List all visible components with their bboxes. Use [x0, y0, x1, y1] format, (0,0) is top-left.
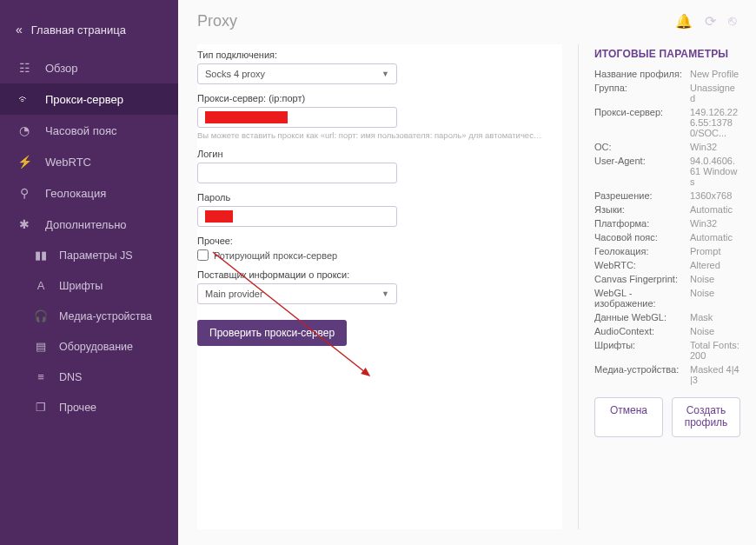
summary-key: AudioContext:: [594, 326, 690, 336]
caret-down-icon: ▼: [381, 70, 389, 78]
nav-label: Медиа-устройства: [59, 310, 152, 322]
rotating-label: Ротирующий прокси-сервер: [214, 250, 337, 261]
nav-label: Оборудование: [59, 341, 133, 353]
summary-key: Прокси-сервер:: [594, 107, 690, 138]
summary-value: Total Fonts: 200: [690, 340, 740, 361]
logout-icon[interactable]: ⎋: [728, 13, 737, 30]
sidebar-subitem-1[interactable]: AШрифты: [0, 270, 178, 301]
summary-row: Часовой пояс:Automatic: [594, 232, 740, 243]
summary-value: Unassigned: [690, 83, 740, 103]
sidebar-item-1[interactable]: ᯤПрокси-сервер: [0, 83, 178, 115]
nav-icon: ▤: [33, 340, 49, 353]
login-label: Логин: [197, 149, 562, 159]
check-proxy-button[interactable]: Проверить прокси-сервер: [197, 320, 347, 346]
summary-title: ИТОГОВЫЕ ПАРАМЕТРЫ: [594, 48, 740, 60]
summary-row: ОС:Win32: [594, 142, 740, 152]
sidebar-item-4[interactable]: ⚲Геолокация: [0, 177, 178, 209]
summary-row: Медиа-устройства:Masked 4|4|3: [594, 364, 740, 385]
password-input[interactable]: [197, 206, 397, 227]
summary-row: Геолокация:Prompt: [594, 246, 740, 256]
form-column: Тип подключения: Socks 4 proxy ▼ Прокси-…: [197, 44, 562, 529]
sidebar-item-2[interactable]: ◔Часовой пояс: [0, 115, 178, 146]
password-label: Пароль: [197, 192, 562, 203]
nav-label: Прокси-сервер: [45, 93, 123, 106]
chevron-left-icon: «: [16, 23, 19, 37]
login-input[interactable]: [197, 163, 397, 183]
summary-row: User-Agent:94.0.4606.61 Windows: [594, 156, 740, 187]
summary-value: 149.126.226.55:13780/SOC...: [690, 107, 740, 138]
nav-label: DNS: [59, 371, 82, 383]
proxy-input[interactable]: [197, 107, 397, 128]
sidebar-subitem-0[interactable]: ▮▮Параметры JS: [0, 240, 178, 270]
nav-label: Параметры JS: [59, 249, 133, 262]
sidebar-home[interactable]: « Главная страница: [0, 12, 178, 52]
summary-row: Платформа:Win32: [594, 218, 740, 229]
sidebar-home-label: Главная страница: [31, 23, 126, 37]
topbar: Proxy 🔔 ⟳ ⎋: [178, 0, 756, 36]
summary-key: Группа:: [594, 83, 690, 103]
rotating-checkbox[interactable]: [197, 249, 209, 261]
sidebar-item-5[interactable]: ✱Дополнительно: [0, 209, 178, 240]
summary-key: User-Agent:: [594, 156, 690, 187]
summary-row: Данные WebGL:Mask: [594, 312, 740, 322]
nav-icon: ◔: [16, 123, 33, 137]
summary-value: Mask: [690, 312, 740, 322]
summary-value: Win32: [690, 218, 740, 229]
summary-row: Языки:Automatic: [594, 204, 740, 215]
summary-key: Название профиля:: [594, 69, 690, 79]
redacted-value: [205, 210, 233, 223]
sidebar-item-3[interactable]: ⚡WebRTC: [0, 146, 178, 177]
nav-icon: ☷: [16, 61, 33, 75]
nav-icon: A: [33, 279, 49, 292]
cancel-button[interactable]: Отмена: [594, 397, 663, 437]
provider-label: Поставщик информации о прокси:: [197, 269, 562, 280]
summary-row: WebRTC:Altered: [594, 260, 740, 270]
other-label: Прочее:: [197, 236, 562, 246]
summary-value: Noise: [690, 326, 740, 336]
nav-label: Шрифты: [59, 280, 103, 292]
provider-select[interactable]: Main provider ▼: [197, 283, 397, 304]
conn-type-value: Socks 4 proxy: [205, 69, 265, 79]
caret-down-icon: ▼: [381, 289, 389, 298]
main: Proxy 🔔 ⟳ ⎋ Тип подключения: Socks 4 pro…: [178, 0, 756, 545]
create-profile-button[interactable]: Создать профиль: [672, 397, 740, 437]
summary-key: Часовой пояс:: [594, 232, 690, 243]
summary-row: Название профиля:New Profile: [594, 69, 740, 79]
summary-value: Automatic: [690, 232, 740, 243]
nav-icon: ✱: [16, 217, 33, 231]
sidebar-subitem-4[interactable]: ≡DNS: [0, 362, 178, 392]
nav-icon: ⚲: [16, 186, 33, 200]
sidebar-subitem-3[interactable]: ▤Оборудование: [0, 331, 178, 362]
summary-value: Altered: [690, 260, 740, 270]
summary-key: WebRTC:: [594, 260, 690, 270]
conn-type-select[interactable]: Socks 4 proxy ▼: [197, 63, 397, 84]
summary-key: Данные WebGL:: [594, 312, 690, 322]
refresh-icon[interactable]: ⟳: [705, 13, 716, 30]
nav-icon: ᯤ: [16, 92, 33, 106]
nav-icon: ≡: [33, 370, 49, 383]
summary-key: WebGL - изображение:: [594, 288, 690, 309]
summary-panel: ИТОГОВЫЕ ПАРАМЕТРЫ Название профиля:New …: [578, 44, 740, 529]
sidebar-subitem-2[interactable]: 🎧Медиа-устройства: [0, 301, 178, 331]
summary-value: Prompt: [690, 246, 740, 256]
nav-label: Дополнительно: [45, 218, 127, 231]
page-title: Proxy: [197, 12, 237, 30]
sidebar-subitem-5[interactable]: ❐Прочее: [0, 392, 178, 422]
summary-row: Прокси-сервер:149.126.226.55:13780/SOC..…: [594, 107, 740, 138]
summary-value: 94.0.4606.61 Windows: [690, 156, 740, 187]
bell-icon[interactable]: 🔔: [675, 13, 693, 30]
summary-key: Платформа:: [594, 218, 690, 229]
summary-key: ОС:: [594, 142, 690, 152]
proxy-helper: Вы можете вставить прокси как «url: порт…: [197, 130, 545, 140]
sidebar-item-0[interactable]: ☷Обзор: [0, 52, 178, 83]
summary-row: Canvas Fingerprint:Noise: [594, 274, 740, 284]
summary-value: Automatic: [690, 204, 740, 215]
summary-value: Win32: [690, 142, 740, 152]
nav-icon: ▮▮: [33, 249, 49, 262]
summary-row: WebGL - изображение:Noise: [594, 288, 740, 309]
conn-type-label: Тип подключения:: [197, 50, 562, 60]
nav-icon: ❐: [33, 401, 49, 414]
nav-icon: ⚡: [16, 155, 33, 169]
summary-value: Noise: [690, 274, 740, 284]
redacted-value: [205, 111, 288, 123]
